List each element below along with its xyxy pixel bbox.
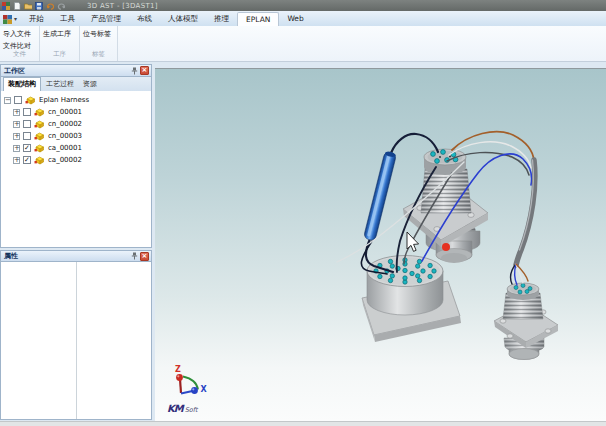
tree-label[interactable]: ca_00001 [48,144,82,152]
window-bottom-edge [0,421,606,426]
checkbox[interactable] [23,120,31,128]
tab-start[interactable]: 开始 [21,12,52,26]
red-point-marker [442,243,450,251]
tree-row[interactable]: + ✓ ca_00002 [1,154,151,166]
tree-label[interactable]: cn_00002 [48,120,82,128]
ribbon-group-label-file: 文件 [0,50,39,59]
expand-icon[interactable]: + [13,121,20,128]
wire-navy-tube-to-cap [391,134,438,153]
workspace-panel: 工作区 × 装配结构 工艺过程 资源 − Eplan Harness [0,64,152,248]
checkbox[interactable] [23,108,31,116]
tree-row[interactable]: + cn_00001 [1,106,151,118]
app-menu-button[interactable]: ▾ [0,13,21,26]
open-file-icon[interactable] [24,2,32,10]
tab-resources[interactable]: 资源 [79,78,101,91]
ribbon-group-file: 导入文件 文件比对 文件 [0,26,40,61]
properties-column-divider [76,262,77,419]
tab-web[interactable]: Web [279,12,311,26]
expand-icon[interactable]: + [13,157,20,164]
tree-label[interactable]: cn_00003 [48,132,82,140]
tab-eplan[interactable]: EPLAN [237,12,279,26]
assembly-tree: − Eplan Harness + cn_00001 + [0,91,152,248]
title-bar: 3D AST - [3DAST1] [0,0,606,11]
properties-panel-header: 属性 × [0,250,152,262]
part-icon [34,132,45,141]
properties-grid[interactable] [0,262,152,420]
tab-assembly-structure[interactable]: 装配结构 [3,77,41,91]
workspace-tab-bar: 装配结构 工艺过程 资源 [0,77,152,91]
axis-z-label: Z [175,365,181,374]
workspace-panel-header: 工作区 × [0,64,152,77]
vendor-logo-km: KM [167,403,183,414]
expand-icon[interactable]: + [13,145,20,152]
position-label-button[interactable]: 位号标签 [80,28,117,40]
tab-product-management[interactable]: 产品管理 [83,12,129,26]
part-icon [25,96,36,105]
workspace-close-button[interactable]: × [140,66,149,75]
blue-sleeve[interactable] [363,151,396,242]
vendor-logo-soft: Soft [185,406,198,414]
tree-label[interactable]: ca_00002 [48,156,82,164]
3d-scene: Z X [155,69,606,422]
expand-icon[interactable]: + [13,109,20,116]
app-window: 3D AST - [3DAST1] ▾ 开始 工具 产品管理 布线 人体模型 推… [0,0,606,426]
connector-right[interactable] [494,283,558,360]
properties-close-button[interactable]: × [140,252,149,261]
3d-viewport[interactable]: Z X KM Soft [155,68,606,421]
checkbox-checked[interactable]: ✓ [23,144,31,152]
tree-label[interactable]: Eplan Harness [39,96,89,104]
part-icon [34,156,45,165]
ribbon-group-label-process: 工序 [40,50,79,59]
app-logo-icon [2,2,10,10]
checkbox-root[interactable] [14,96,22,104]
pin-icon[interactable] [130,252,138,261]
part-icon [34,144,45,153]
tab-tools[interactable]: 工具 [52,12,83,26]
left-dock: 工作区 × 装配结构 工艺过程 资源 − Eplan Harness [0,64,152,420]
tab-wiring[interactable]: 布线 [129,12,160,26]
properties-panel: 属性 × [0,250,152,420]
generate-process-button[interactable]: 生成工序 [40,28,79,40]
tree-label[interactable]: cn_00001 [48,108,82,116]
checkbox[interactable] [23,132,31,140]
vendor-logo: KM Soft [167,403,198,414]
ribbon-group-process: 生成工序 工序 [40,26,80,61]
tab-human-model[interactable]: 人体模型 [160,12,206,26]
chevron-down-icon: ▾ [14,16,17,22]
part-icon [34,120,45,129]
tree-row[interactable]: + ✓ ca_00001 [1,142,151,154]
axis-x-label: X [201,385,208,394]
expand-icon[interactable]: + [13,133,20,140]
tab-inference[interactable]: 推理 [206,12,237,26]
tree-row[interactable]: + cn_00002 [1,118,151,130]
ribbon-group-label-label: 标签 [80,50,117,59]
properties-panel-title: 属性 [4,251,130,261]
collapse-icon[interactable]: − [4,97,11,104]
workspace-panel-title: 工作区 [4,66,130,76]
redo-icon[interactable] [57,2,65,10]
checkbox-checked[interactable]: ✓ [23,156,31,164]
axis-triad[interactable]: Z X [175,365,208,394]
connector-drum[interactable] [362,256,461,343]
tree-row-root[interactable]: − Eplan Harness [1,94,151,106]
ribbon-group-label-group: 位号标签 标签 [80,26,118,61]
tab-process[interactable]: 工艺过程 [42,78,78,91]
undo-icon[interactable] [46,2,54,10]
app-menu-icon [3,15,12,24]
part-icon [34,108,45,117]
ribbon-tab-row: ▾ 开始 工具 产品管理 布线 人体模型 推理 EPLAN Web [0,11,606,26]
save-icon[interactable] [35,2,43,10]
window-title: 3D AST - [3DAST1] [87,2,158,10]
quick-access-toolbar [0,2,65,10]
tree-row[interactable]: + cn_00003 [1,130,151,142]
new-file-icon[interactable] [13,2,21,10]
ribbon: 导入文件 文件比对 文件 生成工序 工序 位号标签 标签 [0,26,606,62]
pin-icon[interactable] [130,66,138,75]
import-file-button[interactable]: 导入文件 [0,28,39,40]
